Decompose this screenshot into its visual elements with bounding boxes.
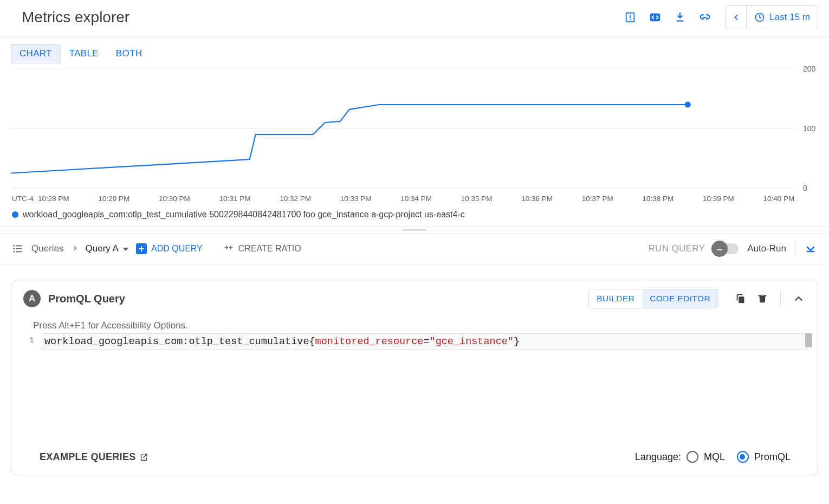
example-queries-label: EXAMPLE QUERIES xyxy=(40,451,136,463)
page-title: Metrics explorer xyxy=(22,9,129,26)
query-badge: A xyxy=(23,290,41,307)
svg-point-30 xyxy=(13,248,15,250)
svg-rect-29 xyxy=(16,245,22,247)
svg-text:10:29 PM: 10:29 PM xyxy=(99,195,130,203)
svg-point-27 xyxy=(685,102,691,108)
code-label-key: monitored_resource xyxy=(315,336,424,347)
link-icon[interactable] xyxy=(697,10,713,25)
radio-label-promql: PromQL xyxy=(754,451,791,463)
svg-text:10:36 PM: 10:36 PM xyxy=(521,195,553,203)
delete-icon[interactable] xyxy=(755,292,769,306)
svg-point-28 xyxy=(13,245,15,247)
collapse-icon[interactable] xyxy=(792,292,806,306)
code-icon[interactable] xyxy=(647,10,663,25)
download-icon[interactable] xyxy=(672,10,688,25)
auto-run-label: Auto-Run xyxy=(747,243,786,254)
radio-icon xyxy=(737,451,749,463)
code-metric: workload_googleapis_com:otlp_test_cumula… xyxy=(44,336,309,347)
create-ratio-label: CREATE RATIO xyxy=(238,244,301,254)
ratio-icon xyxy=(223,242,234,255)
svg-text:10:40 PM: 10:40 PM xyxy=(763,195,794,203)
chevron-right-icon xyxy=(72,244,78,253)
auto-run-toggle[interactable]: – xyxy=(714,243,739,254)
svg-text:200: 200 xyxy=(803,64,816,73)
expand-down-icon[interactable] xyxy=(804,242,817,256)
svg-rect-35 xyxy=(739,296,744,303)
editor-scrollbar[interactable] xyxy=(805,333,812,347)
svg-text:10:30 PM: 10:30 PM xyxy=(159,195,190,203)
query-selector[interactable]: Query A xyxy=(86,243,128,254)
svg-point-32 xyxy=(13,251,15,253)
svg-text:10:32 PM: 10:32 PM xyxy=(280,195,311,203)
svg-text:10:35 PM: 10:35 PM xyxy=(461,195,493,203)
add-query-button[interactable]: + ADD QUERY xyxy=(136,243,203,254)
view-tab-table[interactable]: TABLE xyxy=(61,44,107,63)
pane-resize-handle[interactable] xyxy=(0,226,829,234)
toggle-knob-icon: – xyxy=(711,241,728,257)
code-editor[interactable]: 1 workload_googleapis_com:otlp_test_cumu… xyxy=(11,332,818,350)
add-query-label: ADD QUERY xyxy=(151,244,203,254)
svg-text:10:38 PM: 10:38 PM xyxy=(642,195,673,203)
svg-point-2 xyxy=(630,19,631,20)
language-label: Language: xyxy=(635,451,681,463)
copy-icon[interactable] xyxy=(734,292,748,306)
legend-dot-icon xyxy=(12,211,18,218)
time-range-prev-button[interactable] xyxy=(726,6,747,29)
help-note-icon[interactable] xyxy=(623,10,638,25)
create-ratio-button[interactable]: CREATE RATIO xyxy=(223,242,301,255)
query-card-title: PromQL Query xyxy=(48,293,125,305)
line-number: 1 xyxy=(21,333,42,350)
chart: 0100200UTC-410:28 PM10:29 PM10:30 PM10:3… xyxy=(0,63,829,226)
view-tab-chart[interactable]: CHART xyxy=(11,44,61,63)
language-radio-promql[interactable]: PromQL xyxy=(737,451,791,463)
svg-text:10:31 PM: 10:31 PM xyxy=(219,195,251,203)
example-queries-link[interactable]: EXAMPLE QUERIES xyxy=(40,451,148,463)
code-label-value: "gce_instance" xyxy=(430,336,514,347)
svg-text:0: 0 xyxy=(803,184,807,192)
svg-text:UTC-4: UTC-4 xyxy=(12,195,34,203)
mode-code-editor-button[interactable]: CODE EDITOR xyxy=(642,289,718,308)
queries-list-icon[interactable] xyxy=(12,243,24,255)
code-line[interactable]: workload_googleapis_com:otlp_test_cumula… xyxy=(42,333,808,350)
mode-builder-button[interactable]: BUILDER xyxy=(589,289,642,308)
time-range-label: Last 15 m xyxy=(769,12,810,23)
svg-text:10:37 PM: 10:37 PM xyxy=(582,195,613,203)
queries-label: Queries xyxy=(31,243,64,254)
svg-text:10:39 PM: 10:39 PM xyxy=(703,195,734,203)
svg-text:10:28 PM: 10:28 PM xyxy=(38,195,69,203)
svg-rect-33 xyxy=(16,251,22,253)
svg-text:10:34 PM: 10:34 PM xyxy=(400,195,432,203)
external-link-icon xyxy=(139,453,148,462)
svg-text:100: 100 xyxy=(803,124,816,133)
toolbar-separator xyxy=(795,241,795,256)
svg-text:10:33 PM: 10:33 PM xyxy=(340,195,372,203)
svg-rect-4 xyxy=(677,21,684,22)
radio-label-mql: MQL xyxy=(704,451,725,463)
qc-separator xyxy=(780,292,781,306)
language-radio-mql[interactable]: MQL xyxy=(686,451,725,463)
time-range-button[interactable]: Last 15 m xyxy=(747,6,818,29)
run-query-button[interactable]: RUN QUERY xyxy=(649,243,705,254)
legend-label: workload_googleapis_com:otlp_test_cumula… xyxy=(23,210,465,219)
view-tab-both[interactable]: BOTH xyxy=(107,44,151,63)
query-selector-label: Query A xyxy=(86,243,119,254)
caret-down-icon xyxy=(123,248,128,251)
svg-rect-31 xyxy=(16,248,22,249)
a11y-hint: Press Alt+F1 for Accessibility Options. xyxy=(11,316,818,332)
plus-icon: + xyxy=(136,243,147,254)
radio-icon xyxy=(686,451,698,463)
